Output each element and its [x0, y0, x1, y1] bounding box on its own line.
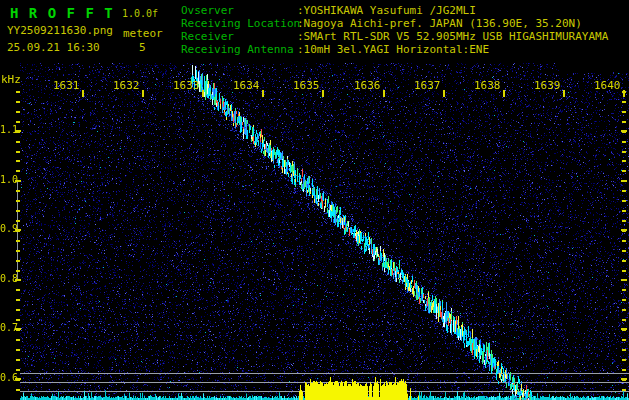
time-tick-label: 1633 [173, 79, 200, 92]
datetime-label: 25.09.21 16:30 [7, 41, 100, 54]
spectrogram-canvas [0, 60, 629, 400]
freq-tick-label: 1.0 [0, 174, 18, 185]
time-tick-label: 1636 [354, 79, 381, 92]
version-label: 1.0.0f [122, 8, 158, 19]
freq-tick-label: 0.6 [0, 372, 18, 383]
info-value: :YOSHIKAWA Yasufumi /JG2MLI [297, 4, 476, 17]
spectrogram-area: H R O F F T 1.0.0f YY2509211630.png mete… [0, 0, 629, 400]
info-label: Receiving Location [181, 17, 300, 30]
info-value: :SMArt RTL-SDR V5 52.905MHz USB HIGASHIM… [297, 30, 608, 43]
info-label: Receiver [181, 30, 234, 43]
time-tick-label: 1634 [233, 79, 260, 92]
meteor-count: 5 [139, 41, 146, 54]
freq-tick-label: 1.1 [0, 124, 18, 135]
time-tick-label: 1632 [113, 79, 140, 92]
time-tick-label: 1635 [293, 79, 320, 92]
hrofft-screenshot: { "header": { "app_title": "H R O F F T"… [0, 0, 629, 400]
app-title: H R O F F T [10, 5, 114, 21]
info-value: :Nagoya Aichi-pref. JAPAN (136.90E, 35.2… [297, 17, 582, 30]
freq-tick-label: 0.9 [0, 223, 18, 234]
time-tick-label: 1638 [474, 79, 501, 92]
time-tick-label: 1631 [53, 79, 80, 92]
time-tick-label: 1640 [594, 79, 621, 92]
info-value: :10mH 3el.YAGI Horizontal:ENE [297, 43, 489, 56]
freq-tick-label: 0.8 [0, 273, 18, 284]
info-label: Ovserver [181, 4, 234, 17]
freq-tick-label: 0.7 [0, 322, 18, 333]
filename-label: YY2509211630.png [7, 24, 113, 37]
mode-label: meteor [123, 27, 163, 40]
freq-unit-label: kHz [1, 73, 21, 86]
info-label: Receiving Antenna [181, 43, 294, 56]
time-tick-label: 1637 [414, 79, 441, 92]
time-tick-label: 1639 [534, 79, 561, 92]
